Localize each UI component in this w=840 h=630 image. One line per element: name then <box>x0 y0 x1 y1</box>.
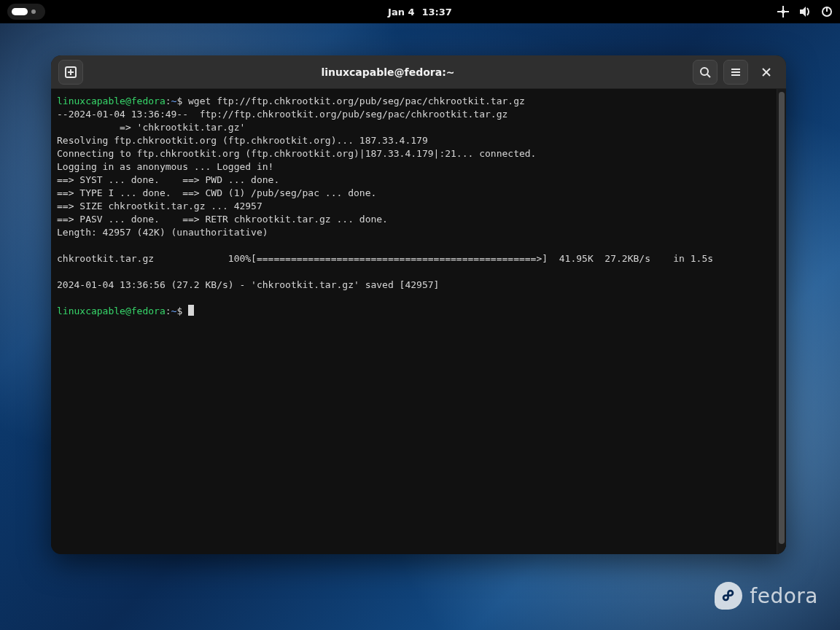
topbar-date: Jan 4 <box>388 7 414 18</box>
search-button[interactable] <box>693 60 718 85</box>
gnome-topbar: Jan 4 13:37 <box>0 0 840 23</box>
svg-rect-15 <box>731 74 740 76</box>
svg-rect-4 <box>782 10 785 13</box>
svg-rect-2 <box>785 11 789 12</box>
window-titlebar[interactable]: linuxcapable@fedora:~ <box>51 55 786 89</box>
prompt-symbol: $ <box>176 96 182 106</box>
activities-button[interactable] <box>7 4 45 20</box>
output-line: ==> TYPE I ... done. ==> CWD (1) /pub/se… <box>57 187 376 198</box>
prompt-user-host: linuxcapable@fedora <box>57 306 166 316</box>
output-line: ==> SIZE chkrootkit.tar.gz ... 42957 <box>57 201 262 211</box>
output-line: Length: 42957 (42K) (unauthoritative) <box>57 227 268 238</box>
scrollbar-thumb[interactable] <box>779 92 785 544</box>
output-line: --2024-01-04 13:36:49-- ftp://ftp.chkroo… <box>57 109 508 120</box>
terminal-window: linuxcapable@fedora:~ linuxcapable@fedor… <box>51 55 786 554</box>
svg-rect-14 <box>731 71 740 73</box>
terminal-body: linuxcapable@fedora:~$ wget ftp://ftp.ch… <box>51 89 786 554</box>
network-icon <box>777 6 789 18</box>
output-progress: chkrootkit.tar.gz 100%[=================… <box>57 253 713 264</box>
volume-icon <box>799 6 811 18</box>
prompt-colon: : <box>166 96 171 106</box>
fedora-watermark: fedora <box>715 582 818 610</box>
output-line: => 'chkrootkit.tar.gz' <box>57 122 245 133</box>
topbar-time: 13:37 <box>422 7 452 18</box>
svg-rect-7 <box>826 7 828 12</box>
output-line: ==> PASV ... done. ==> RETR chkrootkit.t… <box>57 214 388 225</box>
output-line: Connecting to ftp.chkrootkit.org (ftp.ch… <box>57 148 536 159</box>
svg-rect-13 <box>731 69 740 70</box>
new-tab-button[interactable] <box>58 60 83 85</box>
system-status-area[interactable] <box>777 6 833 18</box>
prompt-colon: : <box>166 306 171 316</box>
fedora-watermark-text: fedora <box>750 584 818 608</box>
prompt-user-host: linuxcapable@fedora <box>57 96 166 106</box>
svg-line-12 <box>707 74 710 77</box>
svg-rect-1 <box>777 11 782 12</box>
output-saved: 2024-01-04 13:36:56 (27.2 KB/s) - 'chkro… <box>57 279 439 290</box>
fedora-logo-icon <box>715 582 742 610</box>
close-button[interactable] <box>754 60 779 85</box>
workspace-indicator-active <box>12 8 28 15</box>
hamburger-menu-button[interactable] <box>723 60 748 85</box>
output-line: Resolving ftp.chkrootkit.org (ftp.chkroo… <box>57 135 428 146</box>
command-text: wget ftp://ftp.chkrootkit.org/pub/seg/pa… <box>188 96 525 106</box>
window-title: linuxcapable@fedora:~ <box>322 66 455 78</box>
output-line: ==> SYST ... done. ==> PWD ... done. <box>57 174 279 185</box>
terminal-cursor <box>188 305 194 316</box>
terminal-content[interactable]: linuxcapable@fedora:~$ wget ftp://ftp.ch… <box>51 89 777 554</box>
svg-marker-5 <box>800 7 806 17</box>
output-line: Logging in as anonymous ... Logged in! <box>57 161 273 172</box>
svg-point-11 <box>701 68 708 75</box>
svg-rect-0 <box>782 6 784 10</box>
terminal-scrollbar[interactable] <box>777 89 786 554</box>
prompt-symbol: $ <box>176 306 182 316</box>
svg-rect-3 <box>782 13 784 18</box>
workspace-indicator-dot <box>31 9 36 14</box>
power-icon <box>821 6 833 18</box>
clock-area[interactable]: Jan 4 13:37 <box>388 7 452 18</box>
